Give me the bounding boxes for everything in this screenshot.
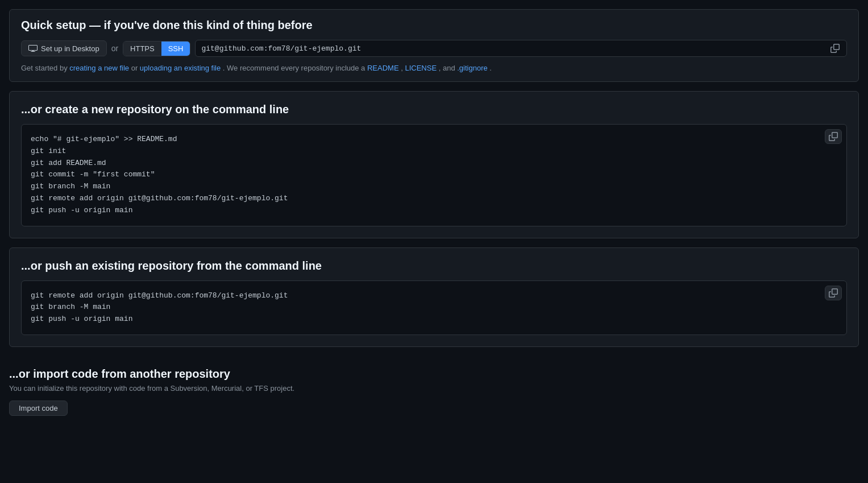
create-repo-title: ...or create a new repository on the com… — [21, 103, 847, 116]
hint-comma1: , — [401, 64, 403, 72]
desktop-icon — [28, 44, 38, 53]
create-file-link[interactable]: creating a new file — [69, 64, 129, 72]
desktop-button-label: Set up in Desktop — [41, 44, 99, 53]
copy-create-code-button[interactable] — [825, 129, 842, 144]
hint-comma2: , and — [439, 64, 458, 72]
readme-link[interactable]: README — [367, 64, 399, 72]
clipboard-copy-icon — [829, 132, 838, 141]
import-section: ...or import code from another repositor… — [0, 356, 868, 427]
import-description: You can initialize this repository with … — [9, 384, 859, 393]
repo-url-input[interactable] — [201, 44, 829, 53]
ssh-button[interactable]: SSH — [161, 42, 190, 56]
upload-file-link[interactable]: uploading an existing file — [140, 64, 221, 72]
create-repo-section: ...or create a new repository on the com… — [9, 91, 859, 238]
setup-desktop-button[interactable]: Set up in Desktop — [21, 40, 107, 56]
license-link[interactable]: LICENSE — [405, 64, 437, 72]
create-repo-code-block: echo "# git-ejemplo" >> README.md git in… — [21, 124, 847, 226]
quick-setup-title: Quick setup — if you've done this kind o… — [21, 19, 847, 32]
hint-middle2: . We recommend every repository include … — [223, 64, 367, 72]
repo-url-container — [195, 40, 847, 57]
gitignore-link[interactable]: .gitignore — [457, 64, 487, 72]
push-repo-code: git remote add origin git@github.com:fom… — [31, 290, 837, 325]
clipboard-copy-icon-2 — [829, 288, 838, 298]
or-separator: or — [111, 44, 118, 53]
push-repo-code-block: git remote add origin git@github.com:fom… — [21, 280, 847, 335]
copy-url-button[interactable] — [829, 43, 841, 54]
setup-hint: Get started by creating a new file or up… — [21, 64, 847, 72]
quick-setup-controls: Set up in Desktop or HTTPS SSH — [21, 40, 847, 57]
import-code-button[interactable]: Import code — [9, 401, 68, 416]
hint-suffix: . — [489, 64, 492, 72]
clipboard-icon — [830, 44, 840, 53]
https-button[interactable]: HTTPS — [123, 42, 161, 56]
protocol-selector: HTTPS SSH — [123, 41, 190, 56]
copy-push-code-button[interactable] — [825, 286, 842, 300]
quick-setup-section: Quick setup — if you've done this kind o… — [9, 9, 859, 82]
push-repo-section: ...or push an existing repository from t… — [9, 247, 859, 347]
import-section-title: ...or import code from another repositor… — [9, 368, 859, 381]
hint-middle1: or — [131, 64, 140, 72]
create-repo-code: echo "# git-ejemplo" >> README.md git in… — [31, 134, 837, 217]
push-repo-title: ...or push an existing repository from t… — [21, 259, 847, 273]
hint-prefix: Get started by — [21, 64, 69, 72]
